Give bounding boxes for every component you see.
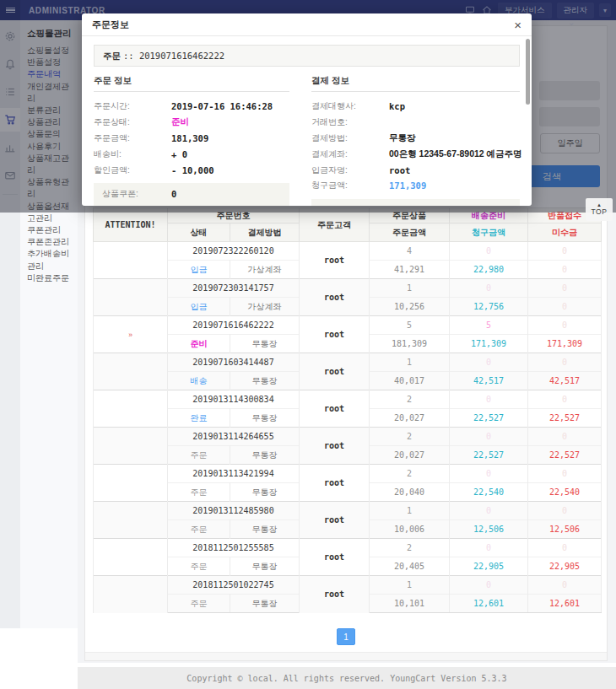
- status-link[interactable]: 배송: [168, 372, 230, 390]
- status-link[interactable]: 완료: [168, 409, 230, 428]
- status-link[interactable]: 주문: [168, 446, 230, 465]
- order-block: »2019071616462222root550준비무통장181,309171,…: [94, 316, 602, 353]
- payment-info-row: 청구금액:171,309: [311, 178, 520, 194]
- header-billed-amount: 청구금액: [450, 223, 528, 242]
- status-link[interactable]: 주문: [168, 520, 230, 539]
- pay-method-cell: 가상계좌: [230, 298, 300, 316]
- item-count-cell: 2: [370, 428, 450, 446]
- payment-extra-box: [311, 199, 520, 206]
- customer-cell: root: [300, 465, 370, 502]
- billed-amount-cell: 12,506: [450, 520, 528, 539]
- header-pay-method: 결제방법: [230, 223, 300, 242]
- order-amount-cell: 10,006: [370, 520, 450, 539]
- attention-marker: [94, 539, 168, 576]
- order-info-label: 주문금액:: [94, 132, 171, 144]
- order-amount-cell: 181,309: [370, 335, 450, 353]
- item-count-cell: 4: [370, 242, 450, 261]
- payment-info-row: 결제방법:무통장: [311, 131, 520, 147]
- order-block: 2019013112485980root100주문무통장10,00612,506…: [94, 502, 602, 539]
- sidebar-item[interactable]: 미완료주문: [27, 272, 74, 284]
- payment-info-label: 결제계좌:: [311, 148, 389, 160]
- customer-cell: root: [300, 353, 370, 390]
- order-number-cell: 2019072303141757: [168, 279, 300, 298]
- order-amount-cell: 10,256: [370, 298, 450, 316]
- order-block: 2019072303141757root100입금가상계좌10,25612,75…: [94, 279, 602, 316]
- modal-scrollbar[interactable]: [526, 39, 530, 105]
- header-order-amount: 주문금액: [370, 223, 450, 242]
- sidebar-item[interactable]: 추가배송비관리: [27, 248, 74, 272]
- order-number-cell: 2019013113421994: [168, 465, 300, 483]
- return-count-cell: 0: [528, 428, 602, 446]
- order-info-value: - 10,000: [171, 165, 214, 175]
- order-amount-cell: 41,291: [370, 261, 450, 279]
- unpaid-cell: 42,517: [528, 372, 602, 390]
- pay-method-cell: 무통장: [230, 520, 300, 539]
- pay-method-cell: 무통장: [230, 409, 300, 428]
- modal-header: 주문정보 ×: [82, 13, 532, 36]
- order-info-row: 할인금액:- 10,000: [94, 162, 289, 178]
- payment-info-label: 입금자명:: [311, 164, 389, 176]
- order-amount-cell: 20,040: [370, 483, 450, 502]
- return-count-cell: 0: [528, 576, 602, 595]
- coupon-value: 0: [171, 189, 176, 199]
- item-count-cell: 2: [370, 465, 450, 483]
- sidebar-item[interactable]: 쿠폰존관리: [27, 236, 74, 248]
- order-info-label: 주문상태:: [94, 116, 171, 128]
- order-info-section: 주문 정보 주문시간:2019-07-16 16:46:28주문상태:준비주문금…: [94, 75, 289, 206]
- unpaid-cell: 22,905: [528, 557, 602, 576]
- billed-amount-cell: 22,905: [450, 557, 528, 576]
- order-number-cell: 2019013112485980: [168, 502, 300, 520]
- order-info-label: 배송비:: [94, 148, 171, 160]
- item-count-cell: 1: [370, 576, 450, 595]
- coupon-label: 상품쿠폰:: [102, 188, 171, 200]
- customer-cell: root: [300, 316, 370, 353]
- item-count-cell: 1: [370, 502, 450, 520]
- attention-marker: [94, 390, 168, 428]
- page-1-button[interactable]: 1: [337, 628, 355, 645]
- attention-marker: [94, 428, 168, 465]
- payment-info-section: 결제 정보 결제대행사:kcp거래번호:결제방법:무통장결제계좌:00은행 12…: [311, 75, 520, 206]
- ship-ready-cell: 0: [450, 576, 528, 595]
- close-icon[interactable]: ×: [514, 19, 521, 31]
- order-id-value: :: 2019071616462222: [123, 51, 224, 61]
- customer-cell: root: [300, 242, 370, 279]
- payment-info-row: 거래번호:: [311, 115, 520, 131]
- header-unpaid: 미수금: [528, 223, 602, 242]
- order-number-cell: 2019072322260120: [168, 242, 300, 261]
- customer-cell: root: [300, 576, 370, 613]
- status-link[interactable]: 주문: [168, 557, 230, 576]
- copyright-bar: Copyright © local. All rights reserved. …: [78, 667, 616, 689]
- order-info-row: 주문금액:181,309: [94, 131, 289, 147]
- return-count-cell: 0: [528, 242, 602, 261]
- item-count-cell: 5: [370, 316, 450, 335]
- pagination: 1: [85, 628, 607, 645]
- scroll-top-button[interactable]: ▲ TOP: [586, 198, 613, 221]
- status-link[interactable]: 입금: [168, 261, 230, 279]
- order-amount-cell: 20,027: [370, 409, 450, 428]
- ship-ready-cell: 0: [450, 279, 528, 298]
- billed-amount-cell: 22,540: [450, 483, 528, 502]
- status-link[interactable]: 주문: [168, 595, 230, 613]
- customer-cell: root: [300, 390, 370, 428]
- order-id-prefix: 주문: [103, 51, 121, 61]
- payment-info-row: 입금자명:root: [311, 162, 520, 178]
- status-link[interactable]: 주문: [168, 483, 230, 502]
- sidebar-item[interactable]: 쿠폰관리: [27, 224, 74, 236]
- modal-title: 주문정보: [92, 19, 129, 31]
- order-info-row: 주문시간:2019-07-16 16:46:28: [94, 99, 289, 115]
- return-count-cell: 0: [528, 390, 602, 409]
- return-count-cell: 0: [528, 539, 602, 557]
- unpaid-cell: 0: [528, 261, 602, 279]
- order-info-modal: 주문정보 × 주문 :: 2019071616462222 주문 정보 주문시간…: [82, 13, 532, 206]
- attention-marker: [94, 242, 168, 279]
- order-info-row: 배송비:+ 0: [94, 146, 289, 162]
- pay-method-cell: 무통장: [230, 557, 300, 576]
- status-link[interactable]: 준비: [168, 335, 230, 353]
- payment-info-row: 결제계좌:00은행 12345-67-89012 예금주명: [311, 146, 520, 162]
- attention-marker: [94, 576, 168, 613]
- billed-amount-cell: 22,980: [450, 261, 528, 279]
- billed-amount-cell: 22,527: [450, 446, 528, 465]
- payment-info-heading: 결제 정보: [311, 75, 520, 92]
- ship-ready-cell: 0: [450, 502, 528, 520]
- status-link[interactable]: 입금: [168, 298, 230, 316]
